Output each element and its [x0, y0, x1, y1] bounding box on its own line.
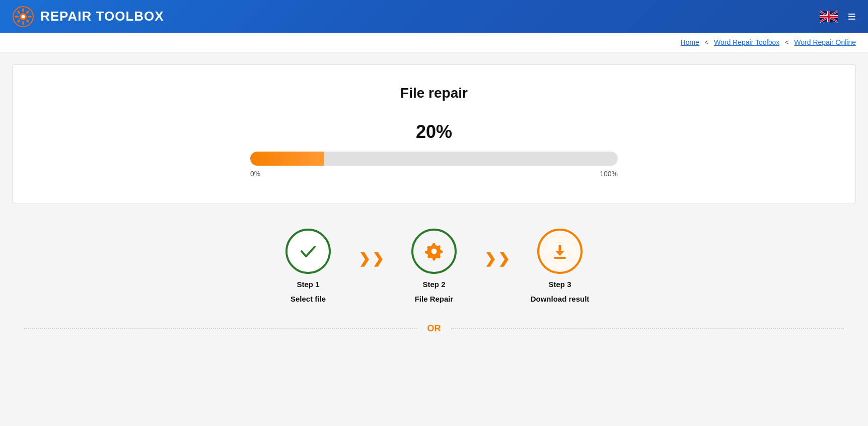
step-2-circle — [411, 229, 457, 274]
svg-point-6 — [431, 249, 437, 254]
breadcrumb-word-repair-online[interactable]: Word Repair Online — [794, 38, 856, 46]
svg-marker-8 — [555, 251, 564, 256]
or-line-right — [451, 328, 844, 329]
step-3-label: Download result — [531, 295, 590, 303]
chevron-right-2b: ❯ — [498, 250, 510, 267]
breadcrumb-bar: Home < Word Repair Toolbox < Word Repair… — [0, 33, 868, 52]
progress-percent: 20% — [43, 121, 825, 143]
logo-area: REPAIR TOOLBOX — [12, 6, 164, 28]
step-2-number: Step 2 — [422, 280, 445, 289]
step-1-label: Select file — [291, 295, 326, 303]
step-1-circle — [285, 229, 331, 274]
progress-bar-fill — [250, 152, 324, 166]
repair-card: File repair 20% 0% 100% — [12, 64, 856, 203]
chevrons-2: ❯ ❯ — [484, 250, 510, 267]
header-right: ≡ — [820, 9, 856, 25]
site-title: REPAIR TOOLBOX — [40, 9, 164, 24]
progress-labels: 0% 100% — [250, 170, 618, 178]
chevron-right-1b: ❯ — [372, 250, 384, 267]
check-icon — [298, 241, 319, 262]
breadcrumb-home[interactable]: Home — [681, 38, 699, 46]
or-divider: OR — [12, 323, 856, 334]
step-3-circle — [537, 229, 583, 274]
or-line-left — [24, 328, 417, 329]
step-3: Step 3 Download result — [520, 229, 600, 303]
step-2: Step 2 File Repair — [394, 229, 474, 303]
flag-icon[interactable] — [820, 11, 838, 23]
main-content: File repair 20% 0% 100% Step 1 Select fi… — [0, 52, 868, 334]
progress-label-start: 0% — [250, 170, 260, 178]
repair-card-title: File repair — [43, 85, 825, 101]
svg-point-2 — [22, 15, 25, 18]
chevron-right-1a: ❯ — [358, 250, 370, 267]
header: REPAIR TOOLBOX ≡ — [0, 0, 868, 33]
progress-label-end: 100% — [600, 170, 618, 178]
download-icon — [548, 240, 571, 263]
chevrons-1: ❯ ❯ — [358, 250, 384, 267]
step-1: Step 1 Select file — [268, 229, 348, 303]
svg-rect-9 — [554, 257, 566, 259]
gear-icon — [422, 240, 446, 263]
breadcrumb-word-repair-toolbox[interactable]: Word Repair Toolbox — [714, 38, 779, 46]
breadcrumb-sep-2: < — [785, 38, 789, 46]
step-3-number: Step 3 — [548, 280, 571, 289]
hamburger-icon[interactable]: ≡ — [848, 9, 856, 25]
chevron-right-2a: ❯ — [484, 250, 496, 267]
step-2-label: File Repair — [415, 295, 454, 303]
progress-bar-container — [250, 152, 618, 166]
or-text: OR — [427, 323, 441, 334]
logo-icon — [12, 6, 34, 28]
steps-section: Step 1 Select file ❯ ❯ — [12, 229, 856, 303]
step-1-number: Step 1 — [297, 280, 319, 289]
breadcrumb-sep-1: < — [704, 38, 708, 46]
